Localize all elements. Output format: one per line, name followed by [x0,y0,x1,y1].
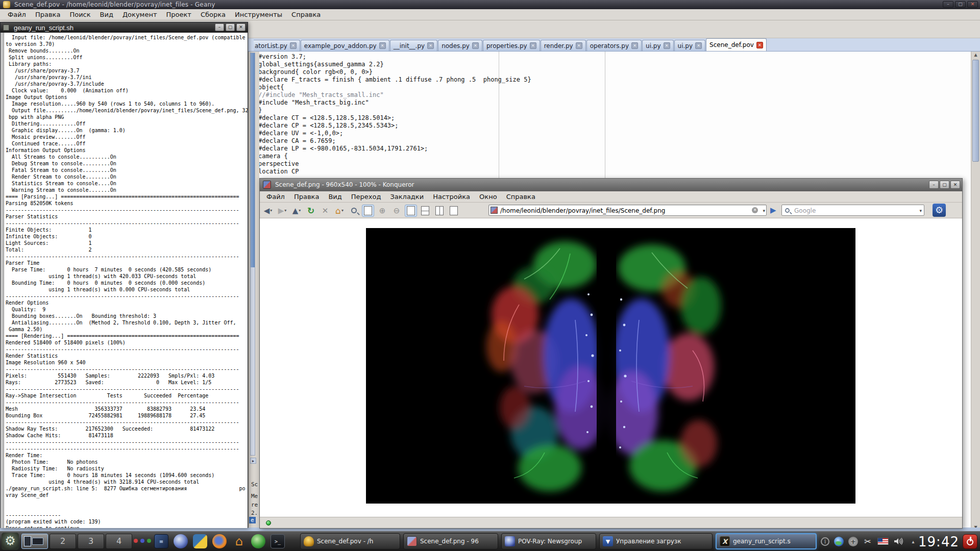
tab-render.py[interactable]: render.py✕ [541,40,586,51]
home-folder-icon[interactable]: ⌂ [232,534,246,548]
view-page-toggle[interactable] [362,205,374,217]
dropdown-arrow-icon[interactable]: ▾ [341,208,344,213]
close-view-button[interactable] [448,205,460,217]
location-dropdown-icon[interactable]: ▾ [763,208,765,213]
task-button[interactable]: POV-Ray: Newsgroup [501,533,596,549]
tab-nodes.py[interactable]: nodes.py✕ [438,40,482,51]
menu-item[interactable]: Сборка [196,9,230,20]
go-button[interactable]: ▶ [770,206,776,215]
scrollbar-thumb[interactable] [972,60,979,162]
menu-item[interactable]: Правка [31,9,65,20]
scrollbar-thumb[interactable] [251,53,255,267]
tab-close-icon[interactable]: ✕ [427,42,434,49]
reload-button[interactable]: ↻ [305,205,317,217]
minimize-button[interactable]: – [943,1,953,8]
editor-scrollbar[interactable]: ▲ ▼ [971,52,980,531]
maximize-button[interactable]: ▢ [226,23,235,31]
menu-item[interactable]: Справка [287,9,325,20]
tab-atorList.py[interactable]: atorList.py✕ [254,40,300,51]
volume-icon[interactable] [893,536,903,546]
scroll-up-icon[interactable]: ▲ [971,52,980,59]
menu-item[interactable]: Вид [95,9,118,20]
close-button[interactable]: ✕ [967,1,978,8]
tab-ui.py[interactable]: ui.py✕ [642,40,673,51]
pager-desktop-3[interactable]: 3 [78,534,104,549]
menu-item[interactable]: Вид [324,191,346,202]
tab-close-icon[interactable]: ✕ [290,42,297,49]
tab-__init__.py[interactable]: __init__.py✕ [390,40,438,51]
maximize-button[interactable]: ▢ [940,181,949,189]
terminal-blue-icon[interactable]: ≡ [154,534,168,548]
maximize-button[interactable]: ▢ [955,1,966,8]
tab-ui.py[interactable]: ui.py✕ [674,40,705,51]
info-icon[interactable]: i [821,537,829,546]
menu-item[interactable]: Поиск [65,9,95,20]
tray-expand-arrow[interactable]: ▴ [908,536,918,546]
python-icon[interactable] [193,534,207,548]
tab-example_pov_addon.py[interactable]: example_pov_addon.py✕ [301,40,389,51]
dropdown-arrow-icon[interactable]: ▾ [270,208,272,213]
task-button[interactable]: Scene_def.png - 96 [403,533,498,549]
up-button[interactable]: ▲▾ [290,205,303,217]
tab-close-icon[interactable]: ✕ [631,42,638,49]
forward-button[interactable]: ▶▾ [276,205,288,217]
task-button[interactable]: ▼Управление загрузк [599,533,713,549]
menu-item[interactable]: Инструменты [230,9,287,20]
menu-item[interactable]: Файл [3,9,31,20]
minimize-button[interactable]: – [929,181,939,189]
sidebar-scrollbar[interactable] [250,53,255,456]
tab-close-icon[interactable]: ✕ [576,42,582,49]
menu-item[interactable]: Справка [502,191,540,202]
menu-item[interactable]: Проект [162,9,196,20]
close-button[interactable]: ✕ [950,181,960,189]
power-button[interactable] [963,534,977,549]
klipper-scissors-icon[interactable]: ✂ [863,536,873,546]
task-button[interactable]: Xgeany_run_script.s [716,533,817,549]
menu-item[interactable]: Переход [347,191,386,202]
tab-properties.py[interactable]: properties.py✕ [483,40,540,51]
clear-location-icon[interactable]: ✕ [752,207,758,213]
konqueror-swirl-icon[interactable] [174,534,188,548]
back-button[interactable]: ◀▾ [262,205,274,217]
web-search-input[interactable]: Google ▾ [781,205,924,216]
menu-item[interactable]: Документ [118,9,162,20]
tab-Scene_def.pov[interactable]: Scene_def.pov✕ [706,38,767,51]
tab-close-icon[interactable]: ✕ [664,42,670,49]
split-left-right-button[interactable] [419,205,431,217]
dropdown-arrow-icon[interactable]: ▾ [284,208,286,213]
tab-close-icon[interactable]: ✕ [695,42,702,49]
home-button[interactable]: ⌂▾ [333,205,346,217]
menu-item[interactable]: Файл [262,191,289,202]
terminal-output-area[interactable]: Input file: /home/leonid/blender/povray/… [1,33,248,528]
kde-menu-button[interactable]: ⚙ [2,533,19,550]
split-top-bottom-button[interactable] [433,205,446,217]
menu-item[interactable]: Окно [475,191,502,202]
zoom-in-button[interactable]: ⊕ [376,205,388,217]
menu-item[interactable]: Правка [289,191,324,202]
scroll-arrow-icon[interactable]: ▸ [250,458,256,464]
tab-operators.py[interactable]: operators.py✕ [586,40,642,51]
location-bar[interactable]: /home/leonid/blender/povray/inet_files/S… [488,205,767,216]
search-dropdown-icon[interactable]: ▾ [919,208,922,213]
stop-button[interactable]: ✕ [319,205,331,217]
workspace-switcher-icon[interactable]: + [848,537,858,546]
zoom-out-button[interactable]: ⊖ [390,205,403,217]
green-app-icon[interactable] [251,534,265,548]
select-mode-toggle[interactable] [405,205,417,217]
pager-desktop-1[interactable] [21,534,48,549]
tab-close-icon[interactable]: ✕ [756,42,763,48]
task-button[interactable]: Scene_def.pov - /h [300,533,400,549]
close-button[interactable]: ✕ [236,23,246,31]
firefox-icon[interactable] [212,534,227,548]
tab-close-icon[interactable]: ✕ [472,42,479,49]
dropdown-arrow-icon[interactable]: ▾ [299,208,301,213]
menu-item[interactable]: Настройка [428,191,475,202]
tab-close-icon[interactable]: ✕ [530,42,536,49]
zoom-original-button[interactable] [348,205,360,217]
clock[interactable]: 19:42 [918,534,960,549]
minimize-button[interactable]: – [215,23,224,31]
keyboard-layout-us-flag[interactable] [877,538,889,545]
pager-desktop-4[interactable]: 4 [106,534,132,549]
kde-gear-icon[interactable]: ⚙ [933,204,946,217]
pager-desktop-2[interactable]: 2 [50,534,76,549]
